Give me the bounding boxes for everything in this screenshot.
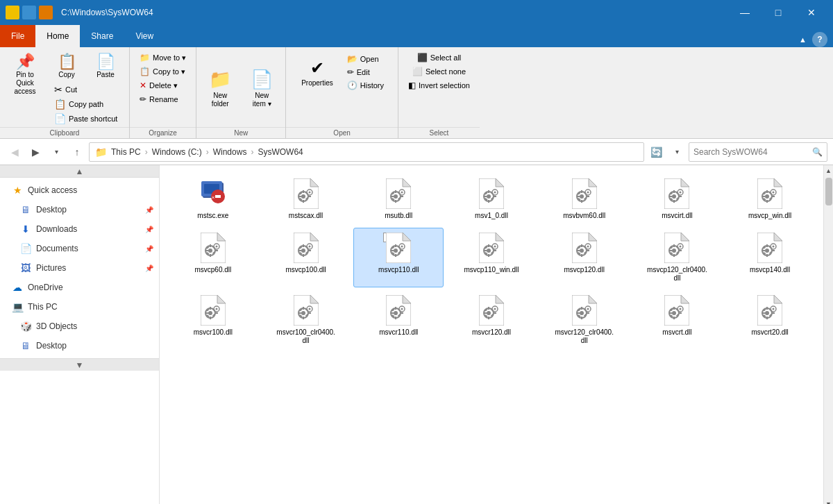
back-button[interactable]: ◀: [6, 143, 24, 161]
svg-rect-248: [581, 307, 582, 310]
recent-locations-button[interactable]: ▾: [47, 143, 65, 161]
this-pc-icon: 💻: [11, 301, 24, 312]
sidebar-item-quick-access[interactable]: ★ Quick access: [0, 180, 159, 200]
file-item-msvbvm60[interactable]: msvbvm60.dll: [539, 174, 630, 225]
file-item-msvcp120_clr0400[interactable]: msvcp120_clr0400.dll: [632, 228, 723, 287]
file-item-msv1_0[interactable]: msv1_0.dll: [446, 174, 537, 225]
file-name: msvcr120_clr0400.dll: [553, 328, 616, 345]
sidebar-item-this-pc[interactable]: 💻 This PC: [0, 297, 159, 317]
copy-icon: 📋: [58, 54, 76, 69]
file-item-msvcr120[interactable]: msvcr120.dll: [446, 290, 537, 350]
svg-point-33: [401, 192, 403, 194]
file-item-msvcr100_clr0400[interactable]: msvcr100_clr0400.dll: [261, 290, 351, 350]
documents-icon: 📄: [19, 243, 32, 254]
sidebar-item-3d-objects[interactable]: 🎲 3D Objects: [0, 317, 159, 336]
scroll-thumb[interactable]: [825, 178, 832, 205]
scroll-up-arrow[interactable]: ▲: [824, 165, 833, 176]
cut-button[interactable]: ✂ Cut: [50, 83, 124, 96]
path-segment-windows[interactable]: Windows (C:): [152, 147, 202, 157]
svg-rect-206: [303, 307, 304, 310]
file-item-msvcrt20[interactable]: msvcrt20.dll: [725, 290, 815, 350]
new-item-button[interactable]: 📄 Newitem ▾: [244, 66, 280, 111]
svg-rect-265: [679, 312, 682, 314]
sidebar-item-desktop2[interactable]: 🖥 Desktop: [0, 336, 159, 355]
invert-selection-button[interactable]: ◧ Invert selection: [404, 79, 474, 92]
copy-path-button[interactable]: 📋 Copy path: [50, 97, 124, 111]
pin-to-quick-access-button[interactable]: 📌 Pin to Quickaccess: [6, 51, 44, 99]
file-item-mstsc[interactable]: × mstsc.exe: [168, 174, 258, 225]
help-button[interactable]: ?: [812, 32, 827, 47]
svg-rect-39: [488, 200, 489, 203]
move-to-button[interactable]: 📁 Move to ▾: [135, 51, 190, 64]
edit-button[interactable]: ✏ Edit: [343, 66, 388, 78]
rename-button[interactable]: ✏ Rename: [135, 93, 183, 106]
file-item-msvcirt[interactable]: msvcirt.dll: [632, 174, 723, 225]
file-item-msvcr120_clr0400[interactable]: msvcr120_clr0400.dll: [539, 290, 630, 350]
file-item-msvcr110[interactable]: msvcr110.dll: [353, 290, 444, 350]
forward-button[interactable]: ▶: [26, 143, 44, 161]
paste-shortcut-button[interactable]: 📄 Paste shortcut: [50, 112, 124, 126]
sidebar-item-downloads[interactable]: ⬇ Downloads 📌: [0, 219, 159, 239]
path-segment-win[interactable]: Windows: [213, 147, 247, 157]
maximize-button[interactable]: □: [762, 0, 794, 25]
file-item-msvcp60[interactable]: msvcp60.dll: [168, 228, 258, 287]
copy-button[interactable]: 📋 Copy: [49, 51, 85, 81]
history-button[interactable]: 🕐 History: [343, 79, 388, 92]
tab-share[interactable]: Share: [80, 25, 124, 47]
ribbon-collapse[interactable]: ▲ ?: [799, 32, 833, 47]
file-grid: × mstsc.exe: [165, 171, 818, 353]
address-path[interactable]: 📁 This PC › Windows (C:) › Windows › Sys…: [89, 142, 644, 162]
file-item-msvcp100[interactable]: msvcp100.dll: [261, 228, 351, 287]
tab-view[interactable]: View: [124, 25, 165, 47]
file-item-mstscax[interactable]: mstscax.dll: [261, 174, 351, 225]
refresh-button[interactable]: 🔄: [647, 143, 665, 161]
file-name: mstsc.exe: [197, 212, 228, 220]
up-button[interactable]: ↑: [68, 143, 86, 161]
file-name: msv1_0.dll: [475, 212, 508, 220]
copy-to-button[interactable]: 📋 Copy to ▾: [135, 65, 190, 78]
svg-marker-161: [681, 233, 689, 241]
paste-button[interactable]: 📄 Paste: [87, 51, 124, 81]
file-item-msvcp120[interactable]: msvcp120.dll: [539, 228, 630, 287]
file-item-msvcp_win[interactable]: msvcp_win.dll: [725, 174, 815, 225]
svg-rect-262: [673, 307, 675, 310]
sidebar-item-onedrive[interactable]: ☁ OneDrive: [0, 278, 159, 297]
tab-file[interactable]: File: [0, 25, 35, 47]
delete-button[interactable]: ✕ Delete ▾: [135, 79, 182, 92]
file-item-msvcp140[interactable]: msvcp140.dll: [725, 228, 815, 287]
scrollbar[interactable]: ▲ ▼: [823, 165, 833, 504]
open-button[interactable]: 📂 Open: [343, 53, 388, 65]
file-item-msvcp110[interactable]: ✓ msvcp110.dll: [353, 228, 444, 287]
file-icon: [476, 233, 507, 263]
sidebar-item-documents[interactable]: 📄 Documents 📌: [0, 239, 159, 258]
file-name: msvcr120.dll: [472, 328, 511, 337]
delete-icon: ✕: [140, 81, 146, 90]
path-segment-syswow64[interactable]: SysWOW64: [258, 147, 303, 157]
sidebar-scroll-up[interactable]: ▲: [0, 165, 159, 178]
file-item-msutb[interactable]: msutb.dll: [353, 174, 444, 225]
sidebar-item-desktop[interactable]: 🖥 Desktop 📌: [0, 200, 159, 219]
scroll-down-arrow[interactable]: ▼: [824, 498, 833, 504]
address-dropdown[interactable]: ▾: [668, 143, 686, 161]
search-box[interactable]: 🔍: [689, 142, 827, 162]
minimize-button[interactable]: —: [729, 0, 761, 25]
svg-rect-96: [205, 250, 208, 251]
copy-to-label: Copy to ▾: [153, 67, 185, 76]
properties-button[interactable]: ✔ Properties: [296, 56, 339, 90]
select-all-button[interactable]: ⬛ Select all: [413, 51, 466, 64]
file-item-msvcp110_win[interactable]: msvcp110_win.dll: [446, 228, 537, 287]
sidebar-item-pictures[interactable]: 🖼 Pictures 📌: [0, 258, 159, 278]
search-input[interactable]: [693, 147, 809, 157]
file-item-msvcr100[interactable]: msvcr100.dll: [168, 290, 258, 350]
file-item-msvcrt[interactable]: msvcrt.dll: [632, 290, 723, 350]
clipboard-small-btns: ✂ Cut 📋 Copy path 📄 Paste shortcut: [49, 83, 124, 126]
svg-rect-123: [395, 254, 396, 257]
new-folder-button[interactable]: 📁 Newfolder: [202, 66, 238, 111]
close-button[interactable]: ✕: [796, 0, 827, 25]
tab-home[interactable]: Home: [35, 25, 80, 47]
path-segment-thispc[interactable]: This PC: [111, 147, 141, 157]
svg-point-205: [301, 311, 305, 315]
sidebar-scroll-down[interactable]: ▼: [0, 358, 159, 371]
select-none-button[interactable]: ⬜ Select none: [408, 65, 470, 78]
file-icon: [662, 295, 692, 326]
